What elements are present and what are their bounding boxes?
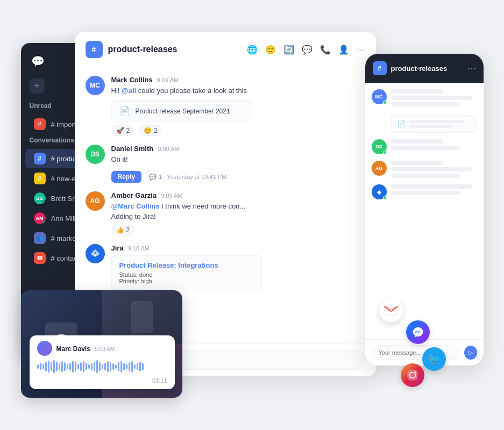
mobile-line <box>391 167 473 171</box>
mark-name: Mark Collins <box>111 76 153 84</box>
messenger-logo <box>411 325 425 339</box>
daniel-name: Daniel Smith <box>111 145 154 153</box>
waveform-bar <box>72 361 74 372</box>
waveform-bar <box>134 364 136 369</box>
waveform-bar <box>48 361 49 372</box>
mobile-online-dot <box>383 101 387 104</box>
mobile-msg-row: DS <box>372 139 477 154</box>
mark-avatar: MC <box>86 76 105 95</box>
jira-logo-icon <box>89 248 101 260</box>
waveform-bar <box>104 363 106 370</box>
message-row: DS Daniel Smith 9:09 AM On it! Reply 💬 1… <box>86 145 365 183</box>
waveform-bar <box>137 363 138 370</box>
more-icon[interactable]: ⋯ <box>357 45 365 55</box>
message-row: MC Mark Collins 9:09 AM Hi! @all could y… <box>86 76 365 136</box>
mark-time: 9:09 AM <box>157 77 179 83</box>
messenger-icon[interactable] <box>406 320 430 344</box>
svg-point-0 <box>94 254 97 257</box>
twitter-icon[interactable]: 🐦 <box>422 347 446 371</box>
mobile-msg-lines-jira <box>391 184 477 195</box>
globe-icon[interactable]: 🌐 <box>247 45 258 55</box>
waveform-bar <box>83 361 84 372</box>
hashtag-icon: # <box>38 120 41 128</box>
phone-icon[interactable]: 📞 <box>320 45 331 55</box>
doc-icon: 📄 <box>119 106 130 116</box>
instagram-icon[interactable] <box>401 363 424 387</box>
daniel-time: 9:09 AM <box>158 146 179 152</box>
chat-header-icons: 🌐 🙂 🔄 💬 📞 👤 ⋯ <box>247 45 365 55</box>
instagram-logo <box>406 369 419 382</box>
waveform-bar <box>88 364 90 369</box>
attachment-card[interactable]: 📄 Product release September 2021 <box>111 100 251 122</box>
amber-name: Amber Garzia <box>111 191 157 199</box>
mark-text: Hi! @all could you please take a look at… <box>111 86 365 96</box>
waveform-bar <box>115 364 117 369</box>
svg-rect-2 <box>407 370 417 380</box>
reply-button[interactable]: Reply <box>111 171 142 183</box>
refresh-icon[interactable]: 🔄 <box>283 45 294 55</box>
waveform-bar <box>123 363 125 370</box>
marketing-agency-icon: 👥 <box>34 232 46 244</box>
waveform-bar <box>42 364 44 369</box>
channel-hash-icon2: # <box>38 175 41 182</box>
smile-reaction[interactable]: 😊 2 <box>139 125 162 136</box>
waveform-bar <box>86 363 87 370</box>
channel-name: product-releases <box>108 45 178 54</box>
mobile-online-dot2 <box>383 150 387 154</box>
attachment-name: Product release September 2021 <box>136 108 230 115</box>
waveform-bar <box>75 362 76 371</box>
amber-reactions: 👍 2 <box>111 225 365 235</box>
gmail-icon[interactable] <box>379 299 403 322</box>
mobile-channel-name: product-releases <box>391 64 448 73</box>
mobile-msg-lines-1 <box>391 89 477 106</box>
emoji-icon[interactable]: 🙂 <box>265 45 276 55</box>
plus-icon: + <box>34 81 40 92</box>
scene: 💬 JD + Unread # # important 2 Conversati… <box>21 32 484 398</box>
waveform-bar <box>80 362 82 371</box>
mobile-av-initials2: DS <box>375 144 382 149</box>
rocket-reaction[interactable]: 🚀 2 <box>111 125 135 136</box>
send-icon: ▷ <box>468 349 473 356</box>
thumbsup-reaction[interactable]: 👍 2 <box>111 225 135 235</box>
mobile-line <box>391 89 443 94</box>
ann-miller-avatar: AM <box>34 212 46 224</box>
channel-color-box: # <box>86 41 103 58</box>
mobile-send-button[interactable]: ▷ <box>464 346 477 360</box>
mobile-messages: MC 📄 DS <box>365 83 484 206</box>
chat-icon[interactable]: 💬 <box>302 45 313 55</box>
jira-status: Status: done <box>119 271 254 278</box>
mobile-avatar-3: AG <box>372 161 387 176</box>
waveform-bar <box>53 360 55 373</box>
daniel-avatar: DS <box>86 145 105 164</box>
waveform-bar <box>61 361 63 372</box>
jira-title: Product Release: Integrations <box>119 261 254 269</box>
voice-time: 9:09 AM <box>95 346 115 352</box>
online-dot2 <box>42 220 46 224</box>
mark-msg-body: Mark Collins 9:09 AM Hi! @all could you … <box>111 76 365 136</box>
waveform-bar <box>77 364 79 369</box>
person-placeholder2 <box>131 301 153 333</box>
brett-smith-avatar: BS <box>34 192 46 204</box>
waveform-bar <box>139 362 141 371</box>
jira-card[interactable]: Product Release: Integrations Status: do… <box>111 255 262 290</box>
waveform-bar <box>64 362 66 371</box>
mobile-message-input[interactable] <box>372 345 460 360</box>
mobile-line <box>391 191 460 195</box>
waveform-bar <box>56 362 58 371</box>
jira-msg-header: Jira 9:10 AM <box>111 244 365 252</box>
jira-msg-body: Jira 9:10 AM Product Release: Integratio… <box>111 244 365 290</box>
mobile-msg-row: ◆ <box>372 184 477 199</box>
important-icon: # <box>34 118 46 130</box>
waveform-bar <box>40 363 41 370</box>
mobile-more-icon[interactable]: ⋯ <box>467 63 476 74</box>
add-button[interactable]: + <box>30 78 45 94</box>
amber-msg-header: Amber Garzia 9:09 AM <box>111 191 365 199</box>
waveform-bar <box>67 364 68 369</box>
mobile-avatar-2: DS <box>372 139 387 154</box>
voice-message-card: Marc Davis 9:09 AM <box>30 335 175 389</box>
people-icon[interactable]: 👤 <box>338 45 349 55</box>
waveform-bar <box>94 362 95 371</box>
waveform-bar <box>96 360 98 373</box>
mobile-attach-line <box>409 120 465 123</box>
mention-all: @all <box>122 87 136 95</box>
